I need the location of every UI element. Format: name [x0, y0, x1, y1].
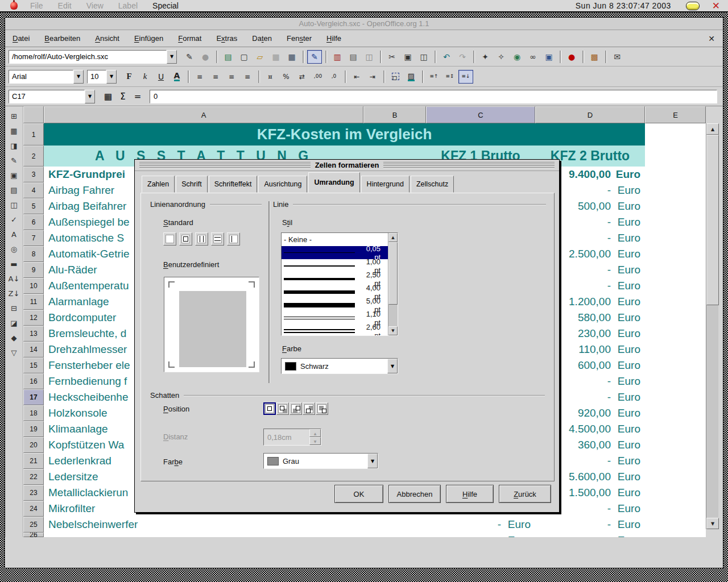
tab-zellschutz[interactable]: Zellschutz [411, 176, 454, 193]
cell-e15[interactable] [645, 357, 706, 373]
scroll-up-icon[interactable]: ▲ [706, 123, 719, 135]
edit-file-icon[interactable]: ✎ [182, 50, 197, 64]
scroll-up-icon[interactable]: ▲ [388, 233, 398, 242]
tab-umrandung[interactable]: Umrandung [308, 172, 359, 193]
draw-functions-icon[interactable]: ✎ [7, 153, 21, 167]
link-chain-icon[interactable]: ∞ [526, 50, 540, 64]
edit-mode-icon[interactable]: ✎ [307, 50, 322, 64]
shadow-top-left[interactable] [316, 402, 328, 415]
preset-no-border[interactable] [163, 232, 176, 246]
cell-e10[interactable] [645, 278, 706, 294]
insert-field-icon[interactable]: ▤ [7, 183, 21, 197]
line-style-listbox[interactable]: - Keine -0,05 pt1,00 pt2,50 pt4,00 pt5,0… [281, 232, 398, 336]
column-header-d[interactable]: D [535, 106, 645, 123]
align-bottom-icon[interactable]: ≡↓ [458, 70, 473, 84]
preset-vertical-lines[interactable] [195, 232, 208, 246]
cell-e17[interactable] [645, 389, 706, 405]
menu-hilfe[interactable]: Hilfe [319, 30, 349, 47]
column-header-e[interactable]: E [645, 106, 706, 123]
new-document-icon[interactable]: ▢ [237, 50, 251, 64]
menu-einfgen[interactable]: Einfügen [127, 30, 171, 47]
align-left-icon[interactable]: ≡ [192, 70, 207, 84]
sort-descending-icon[interactable]: Z↓ [7, 286, 21, 300]
function-equals-icon[interactable]: = [130, 90, 145, 103]
preset-left-line[interactable] [227, 232, 240, 246]
italic-icon[interactable]: k [138, 70, 152, 84]
cell-e7[interactable] [645, 230, 706, 246]
cell-e6[interactable] [645, 214, 706, 230]
row-header-6[interactable]: 6 [23, 214, 44, 230]
vertical-scrollbar-thumb[interactable] [706, 135, 719, 305]
print-file-direct-icon[interactable]: ▥ [330, 50, 345, 64]
mac-app-switcher-icon[interactable] [686, 2, 700, 10]
align-vcenter-icon[interactable]: ≡↕ [442, 70, 457, 84]
help-button[interactable]: Hilfe [446, 485, 494, 503]
align-right-icon[interactable]: ≡ [224, 70, 239, 84]
font-name-combobox[interactable]: Arial ▼ [9, 70, 84, 84]
shadow-distance-spinfield[interactable]: 0,18cm ▲ ▼ [263, 429, 321, 446]
page-preview-icon[interactable]: ◫ [362, 50, 377, 64]
mac-close-icon[interactable]: ✕ [712, 1, 720, 11]
menu-datei[interactable]: Datei [5, 30, 37, 47]
shadow-color-dropdown[interactable]: Grau ▼ [263, 453, 378, 469]
formula-input[interactable]: 0 [150, 90, 717, 103]
row-header-23[interactable]: 23 [23, 485, 44, 501]
cell-e13[interactable] [645, 326, 706, 342]
cell-a25[interactable]: Nebelscheinwerfer [44, 517, 363, 533]
cell-a26[interactable] [44, 533, 363, 537]
menu-extras[interactable]: Extras [209, 30, 245, 47]
row-header-4[interactable]: 4 [23, 182, 44, 198]
row-header-25[interactable]: 25 [23, 517, 44, 533]
row-header-20[interactable]: 20 [23, 437, 44, 453]
zoom-monitor-icon[interactable]: ▣ [541, 50, 556, 64]
filter-icon[interactable]: ▽ [7, 346, 21, 359]
dialog-titlebar[interactable]: Zellen formatieren [135, 160, 559, 171]
cell-e8[interactable] [645, 246, 706, 262]
empty-cell[interactable] [645, 146, 706, 167]
ok-button[interactable]: OK [334, 485, 383, 503]
sheet-title-cell[interactable]: KFZ-Kosten im Vergleich [44, 123, 645, 146]
url-dropdown-icon[interactable]: ▼ [167, 50, 177, 64]
spin-up-icon[interactable]: ▲ [309, 429, 321, 437]
row-header-21[interactable]: 21 [23, 453, 44, 469]
apple-logo-icon[interactable] [10, 2, 18, 10]
column-header-a[interactable]: A [44, 106, 363, 123]
shadow-top-right[interactable] [303, 402, 315, 415]
row-header-24[interactable]: 24 [23, 501, 44, 517]
form-functions-icon[interactable]: ▣ [7, 168, 21, 182]
shadow-bottom-right[interactable] [276, 402, 289, 415]
chart-icon[interactable]: ◪ [7, 316, 21, 330]
mail-icon[interactable]: ✉ [610, 50, 624, 64]
cell-reference-dropdown-icon[interactable]: ▼ [85, 90, 95, 103]
font-name-field[interactable]: Arial [9, 70, 73, 84]
font-size-field[interactable]: 10 [87, 70, 106, 84]
bold-icon[interactable]: F [122, 70, 136, 84]
navigator-icon[interactable]: ✦ [478, 50, 493, 64]
tab-hintergrund[interactable]: Hintergrund [361, 176, 410, 193]
row-header-17[interactable]: 17 [23, 389, 44, 405]
scroll-down-icon[interactable]: ▼ [706, 518, 719, 529]
insert-icon[interactable]: ⊞ [7, 109, 21, 123]
cell-e3[interactable] [645, 167, 706, 182]
shadow-bottom-left[interactable] [289, 402, 302, 415]
insert-cells-icon[interactable]: ▦ [7, 124, 21, 138]
underline-icon[interactable]: U [154, 70, 168, 84]
mac-menu-special[interactable]: Special [152, 1, 179, 10]
menu-fenster[interactable]: Fenster [279, 30, 319, 47]
cell-e4[interactable] [645, 182, 706, 198]
open-document-icon[interactable]: ▱ [253, 50, 267, 64]
dropdown-arrow-icon[interactable]: ▼ [387, 359, 398, 373]
cell-e22[interactable] [645, 469, 706, 485]
cell-e9[interactable] [645, 262, 706, 278]
gallery-icon[interactable]: ▩ [587, 50, 602, 64]
number-standard-icon[interactable]: ⇄ [295, 70, 309, 84]
column-header-b[interactable]: B [363, 106, 426, 123]
scroll-down-icon[interactable]: ▼ [388, 326, 398, 335]
empty-cell[interactable] [645, 123, 706, 146]
cell-e16[interactable] [645, 373, 706, 389]
cancel-button[interactable]: Abbrechen [388, 485, 441, 503]
cell-e21[interactable] [645, 453, 706, 469]
cell-b26[interactable] [363, 533, 426, 537]
row-header-10[interactable]: 10 [23, 278, 44, 294]
cell-e14[interactable] [645, 342, 706, 357]
